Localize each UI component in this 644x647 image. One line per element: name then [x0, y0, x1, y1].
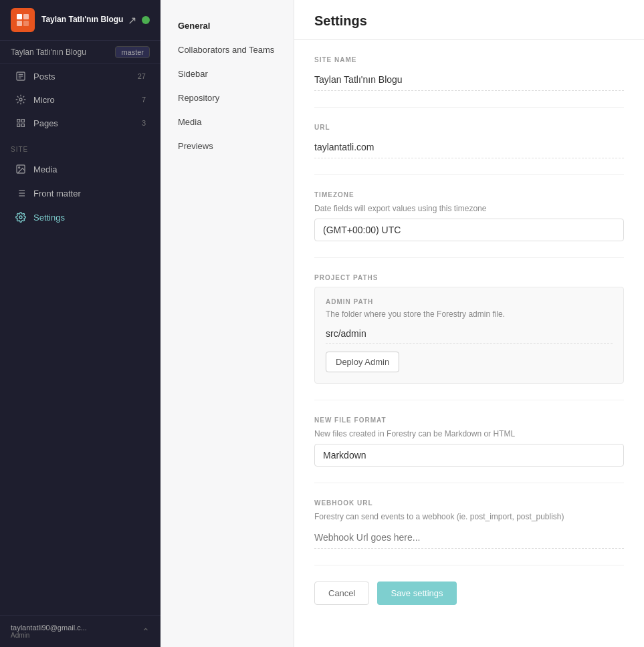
svg-rect-0: [17, 14, 22, 19]
project-paths-section: PROJECT PATHS ADMIN PATH The folder wher…: [314, 258, 624, 400]
mid-nav-collaborators[interactable]: Collaborators and Teams: [165, 38, 290, 61]
posts-label: Posts: [33, 72, 56, 82]
logo: [11, 8, 35, 32]
status-indicator: [142, 16, 150, 24]
cancel-button[interactable]: Cancel: [314, 581, 369, 605]
timezone-select[interactable]: (GMT+00:00) UTC: [314, 219, 624, 241]
micro-label: Micro: [33, 95, 55, 105]
admin-path-desc: The folder where you store the Forestry …: [326, 309, 613, 319]
new-file-format-select[interactable]: Markdown: [314, 444, 624, 467]
main-content: Settings SITE NAME Taylan Tatlı'nın Blog…: [294, 0, 644, 647]
nav-item-settings[interactable]: Settings: [4, 206, 156, 229]
pages-icon: [15, 117, 27, 129]
url-section: URL taylantatli.com: [314, 108, 624, 175]
mid-nav-general[interactable]: General: [165, 14, 290, 37]
webhook-url-label: WEBHOOK URL: [314, 499, 624, 507]
nav-item-posts[interactable]: Posts 27: [4, 65, 156, 88]
mid-nav-media[interactable]: Media: [165, 110, 290, 134]
media-label: Media: [33, 164, 57, 174]
sidebar-header: Taylan Tatlı'nın Blogu ↗: [0, 0, 160, 41]
pages-count: 3: [142, 119, 146, 127]
footer-chevron-icon[interactable]: ⌃: [142, 626, 150, 637]
settings-label: Settings: [33, 213, 65, 223]
user-role: Admin: [11, 632, 142, 639]
branch-bar: Taylan Tatlı'nın Blogu master: [0, 41, 160, 64]
frontmatter-label: Front matter: [33, 188, 81, 199]
admin-path-label: ADMIN PATH: [326, 298, 613, 305]
site-name-label: SITE NAME: [314, 56, 624, 63]
page-title: Settings: [314, 13, 624, 29]
frontmatter-icon: [15, 187, 27, 199]
site-name-small: Taylan Tatlı'nın Blogu: [11, 47, 115, 57]
nav-item-micro[interactable]: Micro 7: [4, 88, 156, 111]
timezone-desc: Date fields will export values using thi…: [314, 204, 624, 213]
user-email: taylantatli90@gmail.c...: [11, 624, 142, 632]
site-name: Taylan Tatlı'nın Blogu: [41, 15, 128, 25]
url-value[interactable]: taylantatli.com: [314, 136, 624, 158]
sidebar: Taylan Tatlı'nın Blogu ↗ Taylan Tatlı'nı…: [0, 0, 160, 647]
site-name-section: SITE NAME Taylan Tatlı'nın Blogu: [314, 40, 624, 108]
timezone-section: TIMEZONE Date fields will export values …: [314, 175, 624, 258]
main-header: Settings: [294, 0, 644, 40]
svg-rect-3: [23, 21, 29, 26]
external-link-icon[interactable]: ↗: [128, 14, 136, 27]
mid-nav-sidebar[interactable]: Sidebar: [165, 62, 290, 86]
webhook-section: WEBHOOK URL Forestry can send events to …: [314, 483, 624, 565]
nav-item-pages[interactable]: Pages 3: [4, 112, 156, 134]
svg-point-17: [19, 216, 22, 219]
nav-item-frontmatter[interactable]: Front matter: [4, 182, 156, 205]
deploy-admin-button[interactable]: Deploy Admin: [326, 352, 399, 372]
svg-point-8: [19, 98, 22, 101]
media-icon: [15, 163, 27, 175]
settings-form: SITE NAME Taylan Tatlı'nın Blogu URL tay…: [294, 40, 644, 625]
micro-icon: [15, 94, 27, 106]
pages-label: Pages: [33, 118, 58, 128]
mid-nav-repository[interactable]: Repository: [165, 86, 290, 110]
admin-path-value[interactable]: src/admin: [326, 324, 613, 344]
save-settings-button[interactable]: Save settings: [377, 581, 456, 605]
project-paths-label: PROJECT PATHS: [314, 274, 624, 281]
form-actions: Cancel Save settings: [314, 565, 624, 605]
new-file-format-section: NEW FILE FORMAT New files created in For…: [314, 400, 624, 483]
webhook-url-input[interactable]: [314, 527, 624, 549]
mid-nav-previews[interactable]: Previews: [165, 134, 290, 158]
svg-rect-2: [17, 21, 22, 26]
webhook-url-desc: Forestry can send events to a webhook (i…: [314, 512, 624, 521]
new-file-format-desc: New files created in Forestry can be Mar…: [314, 429, 624, 438]
nav-item-media[interactable]: Media: [4, 158, 156, 180]
branch-badge[interactable]: master: [115, 46, 150, 58]
admin-path-subsection: ADMIN PATH The folder where you store th…: [314, 287, 624, 384]
site-name-value[interactable]: Taylan Tatlı'nın Blogu: [314, 69, 624, 91]
posts-icon: [15, 70, 27, 82]
svg-point-10: [19, 167, 20, 168]
header-icons: ↗: [128, 14, 150, 27]
sidebar-footer: taylantatli90@gmail.c... Admin ⌃: [0, 615, 160, 647]
posts-count: 27: [138, 72, 146, 80]
settings-icon: [15, 211, 27, 223]
micro-count: 7: [142, 96, 146, 104]
new-file-format-label: NEW FILE FORMAT: [314, 416, 624, 424]
site-section-label: SITE: [0, 135, 160, 157]
timezone-label: TIMEZONE: [314, 191, 624, 199]
url-label: URL: [314, 124, 624, 131]
nav-section-posts: Posts 27 Micro 7 Pages 3: [0, 64, 160, 135]
settings-nav: General Collaborators and Teams Sidebar …: [160, 0, 294, 647]
svg-rect-1: [23, 14, 29, 19]
